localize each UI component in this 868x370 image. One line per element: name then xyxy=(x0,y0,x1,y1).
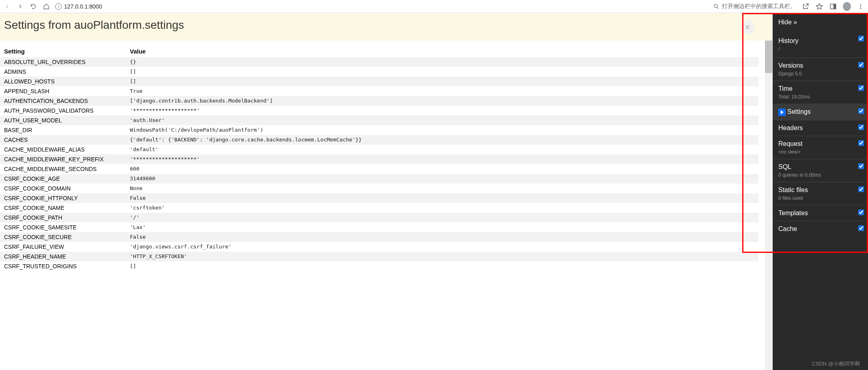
setting-value: True xyxy=(126,86,758,96)
svg-point-0 xyxy=(714,4,717,7)
table-row: CSRF_HEADER_NAME'HTTP_X_CSRFTOKEN' xyxy=(0,252,758,261)
debug-panel-request[interactable]: Request<no view> xyxy=(773,136,868,159)
column-header-setting: Setting xyxy=(0,45,126,57)
setting-key: CSRF_HEADER_NAME xyxy=(0,252,126,261)
setting-value: 'Lax' xyxy=(126,222,758,232)
setting-key: ADMINS xyxy=(0,67,126,77)
close-icon xyxy=(744,24,751,30)
setting-value: 'auth.User' xyxy=(126,115,758,125)
setting-value: None xyxy=(126,184,758,193)
table-row: AUTHENTICATION_BACKENDS['django.contrib.… xyxy=(0,96,758,106)
setting-key: AUTHENTICATION_BACKENDS xyxy=(0,96,126,106)
table-row: BASE_DIRWindowsPath('C:/devlopePath/auoP… xyxy=(0,125,758,135)
setting-key: CSRF_COOKIE_SECURE xyxy=(0,232,126,242)
setting-value: '********************' xyxy=(126,154,758,164)
watermark: CSDN @小赖同学啊 xyxy=(812,360,860,368)
setting-key: CSRF_COOKIE_HTTPONLY xyxy=(0,193,126,203)
svg-rect-2 xyxy=(834,4,836,9)
setting-key: CACHE_MIDDLEWARE_KEY_PREFIX xyxy=(0,154,126,164)
setting-value: '/' xyxy=(126,213,758,222)
setting-key: BASE_DIR xyxy=(0,125,126,135)
table-row: CACHE_MIDDLEWARE_SECONDS600 xyxy=(0,164,758,174)
table-row: CSRF_COOKIE_PATH'/' xyxy=(0,213,758,222)
debug-panel-cache[interactable]: Cache xyxy=(773,221,868,237)
panel-toggle-checkbox[interactable] xyxy=(858,85,864,91)
url-text: 127.0.0.1:8000 xyxy=(64,3,102,10)
side-panel-icon[interactable] xyxy=(829,2,837,11)
panel-title: Settings xyxy=(787,108,811,115)
setting-key: CSRF_COOKIE_DOMAIN xyxy=(0,184,126,193)
panel-title: Request xyxy=(778,140,803,147)
panel-toggle-checkbox[interactable] xyxy=(858,62,864,68)
table-row: ADMINS[] xyxy=(0,67,758,77)
panel-subtitle: Django 5.0 xyxy=(778,71,862,77)
site-info-icon[interactable]: i xyxy=(55,3,62,10)
setting-value: [] xyxy=(126,261,758,271)
panel-toggle-checkbox[interactable] xyxy=(858,210,864,215)
setting-value: False xyxy=(126,193,758,203)
forward-button[interactable] xyxy=(16,2,24,11)
debug-panel-sql[interactable]: SQL0 queries in 0.00ms xyxy=(773,159,868,182)
panel-title: SQL xyxy=(778,163,791,170)
profile-icon[interactable] xyxy=(843,2,851,11)
home-button[interactable] xyxy=(42,2,50,11)
panel-toggle-checkbox[interactable] xyxy=(858,163,864,169)
debug-panel-versions[interactable]: VersionsDjango 5.0 xyxy=(773,58,868,81)
panel-title: Cache xyxy=(778,225,797,232)
panel-title: Templates xyxy=(778,210,808,216)
reload-button[interactable] xyxy=(29,2,37,11)
page-header: Settings from auoPlantform.settings xyxy=(0,13,868,41)
setting-value: [] xyxy=(126,67,758,77)
debug-panel-history[interactable]: History/ xyxy=(773,32,868,58)
debug-panel-templates[interactable]: Templates xyxy=(773,205,868,221)
table-row: ALLOWED_HOSTS[] xyxy=(0,77,758,86)
search-hint[interactable]: 打开侧边栏中的搜索工具栏。 xyxy=(713,3,796,10)
settings-table: Setting Value ABSOLUTE_URL_OVERRIDES{}AD… xyxy=(0,45,758,271)
panel-subtitle: / xyxy=(778,46,862,52)
panel-title: Time xyxy=(778,85,793,92)
debug-panel-settings[interactable]: Settings xyxy=(773,104,868,120)
svg-point-3 xyxy=(860,4,862,5)
setting-value: [] xyxy=(126,77,758,86)
play-icon xyxy=(778,109,786,116)
setting-key: CSRF_FAILURE_VIEW xyxy=(0,242,126,252)
panel-toggle-checkbox[interactable] xyxy=(858,124,864,130)
setting-value: 'csrftoken' xyxy=(126,203,758,213)
table-row: AUTH_USER_MODEL'auth.User' xyxy=(0,115,758,125)
back-button[interactable] xyxy=(3,2,11,11)
share-icon[interactable] xyxy=(801,2,810,11)
hide-toolbar-button[interactable]: Hide » xyxy=(773,13,868,32)
setting-key: CACHES xyxy=(0,135,126,145)
panel-title: Versions xyxy=(778,62,803,69)
table-row: CSRF_COOKIE_DOMAINNone xyxy=(0,184,758,193)
debug-toolbar: Hide » History/VersionsDjango 5.0TimeTot… xyxy=(773,13,868,370)
panel-toggle-checkbox[interactable] xyxy=(858,225,864,231)
setting-key: ALLOWED_HOSTS xyxy=(0,77,126,86)
search-icon xyxy=(713,3,719,10)
close-button[interactable] xyxy=(741,20,754,34)
table-row: CSRF_COOKIE_HTTPONLYFalse xyxy=(0,193,758,203)
setting-key: CSRF_COOKIE_SAMESITE xyxy=(0,222,126,232)
table-row: CACHES{'default': {'BACKEND': 'django.co… xyxy=(0,135,758,145)
panel-toggle-checkbox[interactable] xyxy=(858,36,864,41)
menu-icon[interactable] xyxy=(857,2,865,11)
setting-key: AUTH_USER_MODEL xyxy=(0,115,126,125)
bookmark-icon[interactable] xyxy=(815,2,823,11)
setting-key: ABSOLUTE_URL_OVERRIDES xyxy=(0,57,126,67)
debug-panel-time[interactable]: TimeTotal: 19.03ms xyxy=(773,81,868,104)
scrollbar[interactable] xyxy=(765,41,772,370)
panel-toggle-checkbox[interactable] xyxy=(858,186,864,192)
panel-subtitle: 0 queries in 0.00ms xyxy=(778,172,862,178)
setting-key: AUTH_PASSWORD_VALIDATORS xyxy=(0,106,126,115)
panel-toggle-checkbox[interactable] xyxy=(858,140,864,146)
panel-title: Headers xyxy=(778,124,803,131)
panel-toggle-checkbox[interactable] xyxy=(858,108,864,114)
table-row: AUTH_PASSWORD_VALIDATORS'***************… xyxy=(0,106,758,115)
table-row: CSRF_TRUSTED_ORIGINS[] xyxy=(0,261,758,271)
debug-panel-static-files[interactable]: Static files0 files used xyxy=(773,182,868,205)
debug-panel-headers[interactable]: Headers xyxy=(773,120,868,136)
panel-title: Static files xyxy=(778,186,808,193)
address-bar[interactable]: i 127.0.0.1:8000 xyxy=(55,3,102,10)
panel-title: History xyxy=(778,37,799,44)
setting-value: 600 xyxy=(126,164,758,174)
